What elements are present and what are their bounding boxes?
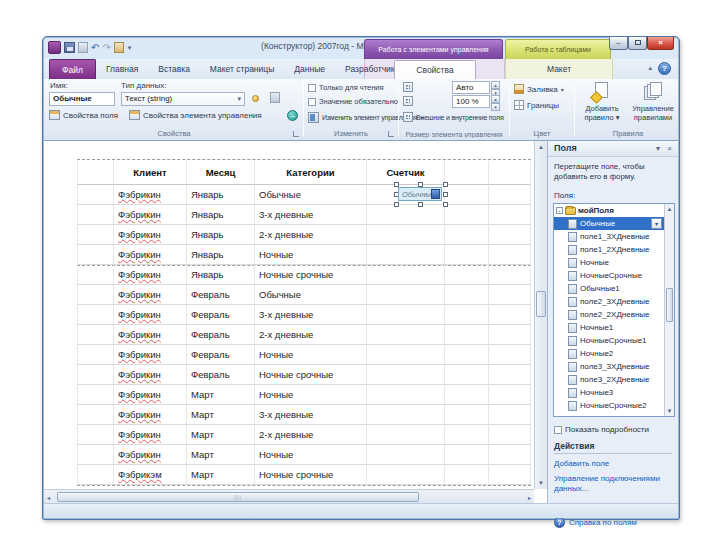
manage-connections-link[interactable]: Управление подключениями данных... xyxy=(554,474,670,494)
selection-handle[interactable] xyxy=(443,182,448,187)
margins-button[interactable]: Внешние и внутренние поля xyxy=(403,112,503,122)
fields-tree[interactable]: - мойПоля Обычные▾поле1_3ХДневныеполе1_2… xyxy=(553,203,675,417)
table-row[interactable]: ФэбрикинЯнварьОбычные xyxy=(77,185,531,205)
tree-scroll-thumb[interactable] xyxy=(666,288,673,322)
table-row[interactable]: ФэбрикэмМартНочные срочные xyxy=(77,465,531,485)
table-row[interactable]: ФэбрикинФевраль2-х дневные xyxy=(77,325,531,345)
horizontal-scroll-thumb[interactable]: ||| xyxy=(57,492,419,502)
show-details-checkbox[interactable]: Показать подробности xyxy=(554,425,649,434)
fields-help-link[interactable]: ? Справка по полям xyxy=(554,517,637,528)
field-tree-item[interactable]: Ночные xyxy=(554,256,674,269)
tab-data[interactable]: Данные xyxy=(284,59,335,79)
field-tree-item[interactable]: Ночные3 xyxy=(554,386,674,399)
field-tree-item[interactable]: поле1_3ХДневные xyxy=(554,230,674,243)
dialog-launcher-icon[interactable] xyxy=(388,131,394,137)
vertical-scrollbar[interactable]: ▲ ▼ xyxy=(534,141,547,489)
field-tree-item[interactable]: Обычные▾ xyxy=(554,217,674,230)
table-row[interactable]: ФэбрикинФевральНочные xyxy=(77,345,531,365)
maximize-button[interactable] xyxy=(628,37,647,50)
field-dropdown-icon[interactable]: ▾ xyxy=(651,218,662,229)
scroll-up-icon[interactable]: ▲ xyxy=(665,206,674,212)
selected-control[interactable]: Обычные xyxy=(394,182,448,207)
default-value-icon[interactable] xyxy=(270,92,280,103)
collapse-node-icon[interactable]: - xyxy=(556,207,563,214)
print-preview-icon[interactable] xyxy=(78,42,88,53)
field-tree-item[interactable]: поле3_2ХДневные xyxy=(554,373,674,386)
scroll-right-icon[interactable]: ▸ xyxy=(528,494,531,501)
table-row[interactable]: ФэбрикинМарт2-х дневные xyxy=(77,425,531,445)
selection-handle[interactable] xyxy=(394,202,399,207)
table-row[interactable]: ФэбрикинЯнварьНочные срочные xyxy=(77,265,531,285)
manage-rules-button[interactable]: Управление правилами xyxy=(628,81,678,129)
add-field-link[interactable]: Добавить поле xyxy=(554,459,670,469)
scroll-left-icon[interactable]: ◂ xyxy=(47,494,50,501)
save-icon[interactable] xyxy=(64,42,75,53)
datatype-select[interactable]: Текст (string)▾ xyxy=(121,92,245,106)
horizontal-scrollbar[interactable]: ◂ ||| ▸ xyxy=(44,489,534,503)
height-stepper[interactable]: ▴▾ xyxy=(491,81,500,94)
tab-properties-active[interactable]: Свойства xyxy=(394,60,476,79)
tab-home[interactable]: Главная xyxy=(96,59,148,79)
field-tree-item[interactable]: поле2_2ХДневные xyxy=(554,308,674,321)
tab-insert[interactable]: Вставка xyxy=(148,59,200,79)
table-row[interactable]: ФэбрикинМартНочные xyxy=(77,445,531,465)
undo-icon[interactable]: ↶ xyxy=(91,43,99,53)
control-properties-button[interactable]: Свойства элемента управления xyxy=(129,110,262,120)
borders-button[interactable]: Границы xyxy=(514,100,559,110)
field-tree-item[interactable]: Ночные1 xyxy=(554,321,674,334)
vertical-scroll-thumb[interactable] xyxy=(536,291,546,317)
field-tree-item[interactable]: НочныеСрочные2 xyxy=(554,399,674,412)
scroll-up-icon[interactable]: ▲ xyxy=(535,144,547,150)
empty-cell xyxy=(445,245,489,265)
height-spinner[interactable]: Авто xyxy=(452,81,490,94)
minimize-button[interactable]: – xyxy=(609,37,628,50)
field-tree-item[interactable]: поле2_3ХДневные xyxy=(554,295,674,308)
header-empty xyxy=(445,161,489,185)
redo-icon[interactable]: ↷ xyxy=(102,43,110,53)
field-tree-item[interactable]: Ночные2 xyxy=(554,347,674,360)
infopath-icon[interactable] xyxy=(48,41,61,54)
collapse-ribbon-icon[interactable]: ▴ xyxy=(648,64,652,72)
control-name-input[interactable]: Обычные xyxy=(49,92,115,106)
tab-page-layout[interactable]: Макет страницы xyxy=(200,59,284,79)
help-icon[interactable]: ? xyxy=(658,62,671,75)
table-row[interactable]: ФэбрикинФевраль3-х дневные xyxy=(77,305,531,325)
tab-file[interactable]: Файл xyxy=(49,59,96,79)
table-row[interactable]: ФэбрикинЯнварьНочные xyxy=(77,245,531,265)
field-tree-item[interactable]: поле3_3ХДневные xyxy=(554,360,674,373)
field-tree-item[interactable]: НочныеСрочные xyxy=(554,269,674,282)
design-checker-icon[interactable] xyxy=(114,42,124,53)
table-row[interactable]: ФэбрикинЯнварь3-х дневные xyxy=(77,205,531,225)
selection-handle[interactable] xyxy=(443,202,448,207)
scroll-down-icon[interactable]: ▼ xyxy=(665,408,674,414)
add-rule-button[interactable]: Добавить правило ▾ xyxy=(577,81,627,129)
scroll-down-icon[interactable]: ▼ xyxy=(535,480,547,486)
width-spinner[interactable]: 100 % xyxy=(452,95,490,108)
control-state-icon[interactable]: – xyxy=(287,110,298,121)
dialog-launcher-icon[interactable] xyxy=(293,131,299,137)
pane-close-icon[interactable]: × xyxy=(667,144,672,153)
table-row[interactable]: ФэбрикинФевральНочные срочные xyxy=(77,365,531,385)
field-tree-item[interactable]: поле1_2ХДневные xyxy=(554,243,674,256)
field-properties-button[interactable]: Свойства поля xyxy=(49,110,118,120)
selection-handle[interactable] xyxy=(443,192,448,197)
table-row[interactable]: ФэбрикинМарт3-х дневные xyxy=(77,405,531,425)
selection-handle[interactable] xyxy=(418,202,423,207)
table-row[interactable]: ФэбрикинЯнварь2-х дневные xyxy=(77,225,531,245)
tree-root[interactable]: - мойПоля xyxy=(554,204,674,217)
pane-menu-icon[interactable]: ▾ xyxy=(656,144,660,153)
readonly-checkbox[interactable]: Только для чтения xyxy=(308,83,384,92)
table-row[interactable]: ФэбрикинМартНочные xyxy=(77,385,531,405)
fill-button[interactable]: Заливка ▾ xyxy=(514,84,564,94)
required-checkbox[interactable]: Значение обязательно xyxy=(308,97,398,106)
width-stepper[interactable]: ▴▾ xyxy=(491,95,500,108)
qat-dropdown-icon[interactable]: ▾ xyxy=(128,44,132,52)
counter-textbox-control[interactable]: Обычные xyxy=(398,187,442,201)
field-tree-item[interactable]: НочныеСрочные1 xyxy=(554,334,674,347)
form-canvas[interactable]: Клиент Месяц Категории Счетчик ФэбрикинЯ… xyxy=(44,141,534,489)
tree-scrollbar[interactable]: ▲ ▼ xyxy=(664,204,674,416)
table-row[interactable]: ФэбрикинФевральОбычные xyxy=(77,285,531,305)
close-button[interactable]: × xyxy=(647,37,674,50)
tab-layout[interactable]: Макет xyxy=(522,60,596,79)
field-tree-item[interactable]: Обычные1 xyxy=(554,282,674,295)
